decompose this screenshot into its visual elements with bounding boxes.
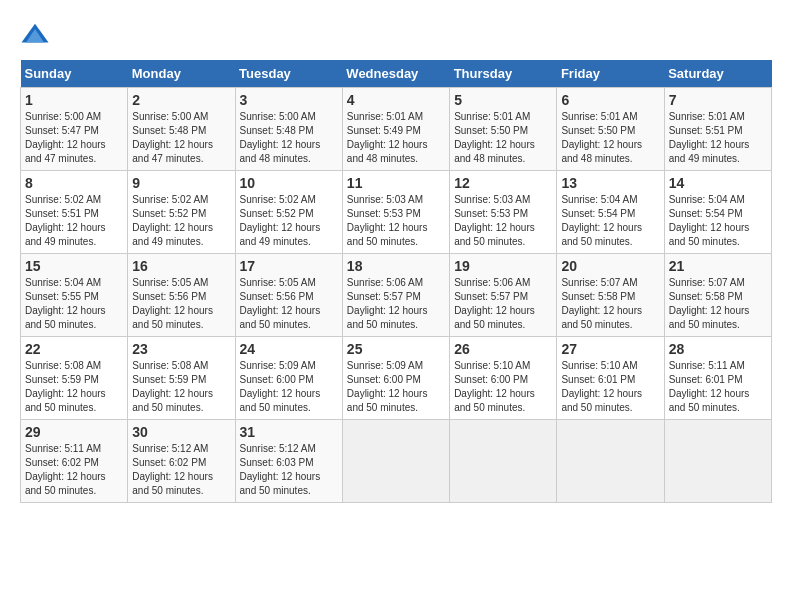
calendar-cell: 19Sunrise: 5:06 AMSunset: 5:57 PMDayligh… — [450, 254, 557, 337]
day-info: Sunrise: 5:00 AMSunset: 5:48 PMDaylight:… — [132, 110, 230, 166]
calendar-cell: 8Sunrise: 5:02 AMSunset: 5:51 PMDaylight… — [21, 171, 128, 254]
week-row: 29Sunrise: 5:11 AMSunset: 6:02 PMDayligh… — [21, 420, 772, 503]
calendar-cell: 1Sunrise: 5:00 AMSunset: 5:47 PMDaylight… — [21, 88, 128, 171]
day-number: 4 — [347, 92, 445, 108]
day-header-sunday: Sunday — [21, 60, 128, 88]
day-info: Sunrise: 5:01 AMSunset: 5:51 PMDaylight:… — [669, 110, 767, 166]
day-number: 20 — [561, 258, 659, 274]
day-number: 15 — [25, 258, 123, 274]
calendar-cell: 21Sunrise: 5:07 AMSunset: 5:58 PMDayligh… — [664, 254, 771, 337]
day-info: Sunrise: 5:05 AMSunset: 5:56 PMDaylight:… — [240, 276, 338, 332]
day-info: Sunrise: 5:04 AMSunset: 5:54 PMDaylight:… — [669, 193, 767, 249]
day-number: 23 — [132, 341, 230, 357]
day-number: 26 — [454, 341, 552, 357]
calendar-cell: 14Sunrise: 5:04 AMSunset: 5:54 PMDayligh… — [664, 171, 771, 254]
day-number: 10 — [240, 175, 338, 191]
calendar-cell: 16Sunrise: 5:05 AMSunset: 5:56 PMDayligh… — [128, 254, 235, 337]
day-info: Sunrise: 5:08 AMSunset: 5:59 PMDaylight:… — [25, 359, 123, 415]
calendar-table: SundayMondayTuesdayWednesdayThursdayFrid… — [20, 60, 772, 503]
day-number: 21 — [669, 258, 767, 274]
calendar-cell: 10Sunrise: 5:02 AMSunset: 5:52 PMDayligh… — [235, 171, 342, 254]
calendar-cell: 3Sunrise: 5:00 AMSunset: 5:48 PMDaylight… — [235, 88, 342, 171]
day-number: 28 — [669, 341, 767, 357]
day-info: Sunrise: 5:04 AMSunset: 5:55 PMDaylight:… — [25, 276, 123, 332]
calendar-cell: 6Sunrise: 5:01 AMSunset: 5:50 PMDaylight… — [557, 88, 664, 171]
calendar-cell — [450, 420, 557, 503]
week-row: 1Sunrise: 5:00 AMSunset: 5:47 PMDaylight… — [21, 88, 772, 171]
calendar-cell: 5Sunrise: 5:01 AMSunset: 5:50 PMDaylight… — [450, 88, 557, 171]
day-number: 1 — [25, 92, 123, 108]
day-info: Sunrise: 5:09 AMSunset: 6:00 PMDaylight:… — [347, 359, 445, 415]
week-row: 8Sunrise: 5:02 AMSunset: 5:51 PMDaylight… — [21, 171, 772, 254]
day-number: 5 — [454, 92, 552, 108]
day-info: Sunrise: 5:06 AMSunset: 5:57 PMDaylight:… — [347, 276, 445, 332]
calendar-cell — [342, 420, 449, 503]
day-number: 25 — [347, 341, 445, 357]
day-number: 31 — [240, 424, 338, 440]
day-info: Sunrise: 5:07 AMSunset: 5:58 PMDaylight:… — [669, 276, 767, 332]
calendar-cell: 12Sunrise: 5:03 AMSunset: 5:53 PMDayligh… — [450, 171, 557, 254]
day-header-tuesday: Tuesday — [235, 60, 342, 88]
day-header-saturday: Saturday — [664, 60, 771, 88]
day-info: Sunrise: 5:02 AMSunset: 5:51 PMDaylight:… — [25, 193, 123, 249]
calendar-cell: 7Sunrise: 5:01 AMSunset: 5:51 PMDaylight… — [664, 88, 771, 171]
calendar-cell: 27Sunrise: 5:10 AMSunset: 6:01 PMDayligh… — [557, 337, 664, 420]
day-info: Sunrise: 5:02 AMSunset: 5:52 PMDaylight:… — [132, 193, 230, 249]
calendar-cell: 13Sunrise: 5:04 AMSunset: 5:54 PMDayligh… — [557, 171, 664, 254]
calendar-cell: 23Sunrise: 5:08 AMSunset: 5:59 PMDayligh… — [128, 337, 235, 420]
day-number: 30 — [132, 424, 230, 440]
day-info: Sunrise: 5:07 AMSunset: 5:58 PMDaylight:… — [561, 276, 659, 332]
calendar-cell: 20Sunrise: 5:07 AMSunset: 5:58 PMDayligh… — [557, 254, 664, 337]
day-header-wednesday: Wednesday — [342, 60, 449, 88]
calendar-cell: 28Sunrise: 5:11 AMSunset: 6:01 PMDayligh… — [664, 337, 771, 420]
day-info: Sunrise: 5:06 AMSunset: 5:57 PMDaylight:… — [454, 276, 552, 332]
day-info: Sunrise: 5:03 AMSunset: 5:53 PMDaylight:… — [347, 193, 445, 249]
day-number: 27 — [561, 341, 659, 357]
day-info: Sunrise: 5:00 AMSunset: 5:47 PMDaylight:… — [25, 110, 123, 166]
calendar-cell: 11Sunrise: 5:03 AMSunset: 5:53 PMDayligh… — [342, 171, 449, 254]
page-header — [20, 20, 772, 50]
day-info: Sunrise: 5:11 AMSunset: 6:01 PMDaylight:… — [669, 359, 767, 415]
day-number: 3 — [240, 92, 338, 108]
day-info: Sunrise: 5:08 AMSunset: 5:59 PMDaylight:… — [132, 359, 230, 415]
week-row: 15Sunrise: 5:04 AMSunset: 5:55 PMDayligh… — [21, 254, 772, 337]
logo — [20, 20, 54, 50]
day-info: Sunrise: 5:04 AMSunset: 5:54 PMDaylight:… — [561, 193, 659, 249]
calendar-cell: 17Sunrise: 5:05 AMSunset: 5:56 PMDayligh… — [235, 254, 342, 337]
day-info: Sunrise: 5:03 AMSunset: 5:53 PMDaylight:… — [454, 193, 552, 249]
day-number: 8 — [25, 175, 123, 191]
day-info: Sunrise: 5:00 AMSunset: 5:48 PMDaylight:… — [240, 110, 338, 166]
day-number: 12 — [454, 175, 552, 191]
calendar-cell: 4Sunrise: 5:01 AMSunset: 5:49 PMDaylight… — [342, 88, 449, 171]
calendar-cell — [664, 420, 771, 503]
day-info: Sunrise: 5:01 AMSunset: 5:50 PMDaylight:… — [561, 110, 659, 166]
day-info: Sunrise: 5:02 AMSunset: 5:52 PMDaylight:… — [240, 193, 338, 249]
day-header-monday: Monday — [128, 60, 235, 88]
day-number: 14 — [669, 175, 767, 191]
calendar-cell: 26Sunrise: 5:10 AMSunset: 6:00 PMDayligh… — [450, 337, 557, 420]
day-number: 24 — [240, 341, 338, 357]
day-info: Sunrise: 5:11 AMSunset: 6:02 PMDaylight:… — [25, 442, 123, 498]
day-info: Sunrise: 5:12 AMSunset: 6:02 PMDaylight:… — [132, 442, 230, 498]
day-number: 9 — [132, 175, 230, 191]
day-header-thursday: Thursday — [450, 60, 557, 88]
calendar-cell: 25Sunrise: 5:09 AMSunset: 6:00 PMDayligh… — [342, 337, 449, 420]
day-info: Sunrise: 5:10 AMSunset: 6:00 PMDaylight:… — [454, 359, 552, 415]
day-info: Sunrise: 5:10 AMSunset: 6:01 PMDaylight:… — [561, 359, 659, 415]
calendar-cell: 18Sunrise: 5:06 AMSunset: 5:57 PMDayligh… — [342, 254, 449, 337]
calendar-cell: 30Sunrise: 5:12 AMSunset: 6:02 PMDayligh… — [128, 420, 235, 503]
calendar-cell: 22Sunrise: 5:08 AMSunset: 5:59 PMDayligh… — [21, 337, 128, 420]
calendar-cell: 9Sunrise: 5:02 AMSunset: 5:52 PMDaylight… — [128, 171, 235, 254]
day-number: 18 — [347, 258, 445, 274]
day-number: 17 — [240, 258, 338, 274]
day-number: 22 — [25, 341, 123, 357]
day-info: Sunrise: 5:01 AMSunset: 5:50 PMDaylight:… — [454, 110, 552, 166]
logo-icon — [20, 20, 50, 50]
day-number: 11 — [347, 175, 445, 191]
week-row: 22Sunrise: 5:08 AMSunset: 5:59 PMDayligh… — [21, 337, 772, 420]
day-info: Sunrise: 5:01 AMSunset: 5:49 PMDaylight:… — [347, 110, 445, 166]
days-header-row: SundayMondayTuesdayWednesdayThursdayFrid… — [21, 60, 772, 88]
calendar-cell: 15Sunrise: 5:04 AMSunset: 5:55 PMDayligh… — [21, 254, 128, 337]
calendar-cell: 31Sunrise: 5:12 AMSunset: 6:03 PMDayligh… — [235, 420, 342, 503]
day-number: 19 — [454, 258, 552, 274]
